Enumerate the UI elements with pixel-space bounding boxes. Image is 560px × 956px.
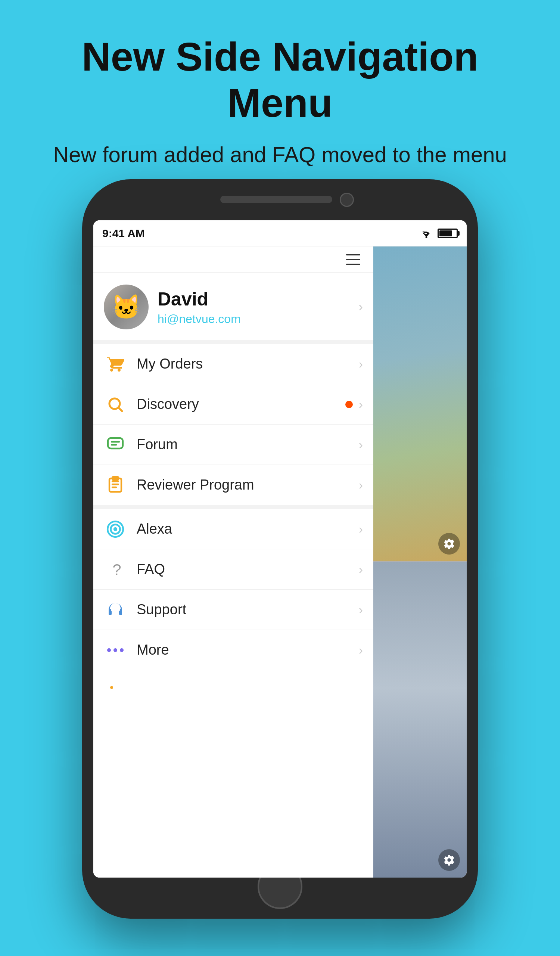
section-divider-1 [93,340,373,344]
headset-icon [104,598,127,621]
hamburger-line-2 [346,259,360,260]
hamburger-line-1 [346,254,360,255]
question-icon: ? [104,558,127,581]
cart-icon [104,352,127,376]
partial-icon [104,670,127,693]
camera-feed-top[interactable] [373,247,467,562]
menu-panel: 🐱 David hi@netvue.com › [93,273,373,877]
profile-chevron: › [358,299,363,315]
svg-rect-2 [108,438,123,448]
menu-item-faq[interactable]: ? FAQ › [93,549,373,590]
gear-icon-bottom [443,854,455,866]
menu-item-discovery[interactable]: Discovery › [93,384,373,425]
status-bar: 9:41 AM [93,220,467,247]
profile-section[interactable]: 🐱 David hi@netvue.com › [93,273,373,340]
reviewer-program-chevron: › [359,478,363,492]
phone-shell: 9:41 AM [82,179,478,919]
discovery-chevron: › [359,397,363,412]
page-title: New Side Navigation Menu [0,34,560,126]
faq-label: FAQ [136,561,359,577]
hamburger-line-3 [346,264,360,265]
page-subtitle: New forum added and FAQ moved to the men… [0,142,560,167]
discovery-label: Discovery [136,396,345,412]
gear-icon-top [443,538,455,550]
reviewer-program-label: Reviewer Program [136,477,359,493]
menu-header-bar [93,247,373,273]
support-label: Support [136,602,359,618]
status-icons [420,228,458,239]
camera-panel [373,247,467,877]
alexa-chevron: › [359,522,363,536]
alexa-icon [104,517,127,541]
gear-icon-overlay-bottom[interactable] [438,849,460,871]
battery-fill [439,230,452,236]
support-chevron: › [359,602,363,617]
profile-name: David [158,288,350,310]
my-orders-chevron: › [359,357,363,371]
discovery-badge [345,401,353,408]
faq-chevron: › [359,562,363,577]
phone-speaker [220,196,332,203]
dots-icon [104,638,127,662]
status-time: 9:41 AM [102,227,145,240]
svg-rect-10 [119,610,122,615]
phone-container: 9:41 AM [82,179,478,919]
more-chevron: › [359,643,363,657]
wifi-icon [420,228,433,239]
menu-item-forum[interactable]: Forum › [93,425,373,465]
avatar: 🐱 [104,285,149,329]
svg-rect-9 [109,610,111,615]
alexa-label: Alexa [136,521,359,537]
menu-item-support[interactable]: Support › [93,590,373,630]
section-divider-2 [93,505,373,509]
battery-tip [458,231,460,236]
menu-item-alexa[interactable]: Alexa › [93,509,373,549]
svg-point-11 [107,648,111,652]
camera-feed-bottom[interactable] [373,562,467,877]
profile-email: hi@netvue.com [158,312,350,326]
battery-icon [438,228,458,238]
hamburger-button[interactable] [340,247,366,272]
forum-icon [104,433,127,456]
menu-item-partial-bottom[interactable] [93,670,373,693]
phone-screen: 9:41 AM [93,220,467,877]
menu-item-reviewer-program[interactable]: Reviewer Program › [93,465,373,505]
forum-chevron: › [359,437,363,452]
more-label: More [136,642,359,658]
profile-info: David hi@netvue.com [158,288,350,326]
svg-point-7 [113,527,117,531]
phone-camera [340,193,354,207]
menu-item-more[interactable]: More › [93,630,373,670]
page-header: New Side Navigation Menu New forum added… [0,0,560,167]
my-orders-label: My Orders [136,356,359,372]
menu-item-my-orders[interactable]: My Orders › [93,344,373,384]
page-background: New Side Navigation Menu New forum added… [0,0,560,956]
svg-text:?: ? [112,561,121,578]
clipboard-icon [104,473,127,497]
svg-point-13 [120,648,124,652]
search-icon [104,393,127,416]
svg-point-12 [113,648,117,652]
svg-point-0 [426,236,427,238]
forum-label: Forum [136,437,359,453]
gear-icon-overlay-top[interactable] [438,533,460,555]
